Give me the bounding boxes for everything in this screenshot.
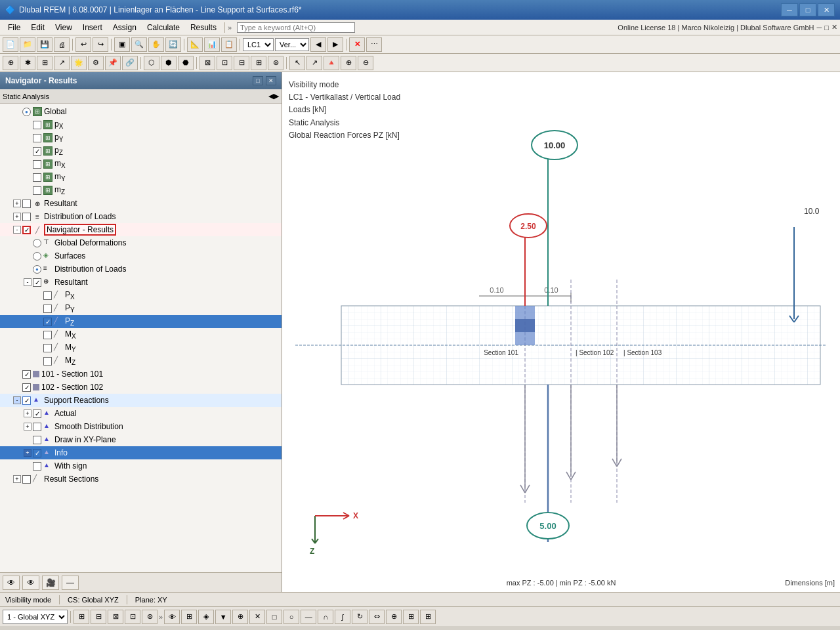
tb2-1[interactable]: ⊕ [3, 56, 18, 70]
tree-mx-global[interactable]: ⊞ mX [0, 158, 282, 171]
checkbox-px-sub[interactable] [43, 291, 52, 300]
tb-prev[interactable]: ◀ [310, 37, 326, 52]
tree-smooth-dist[interactable]: + ▲ Smooth Distribution [0, 420, 282, 433]
tb2-14[interactable]: ⊟ [234, 56, 249, 70]
search-input[interactable] [237, 22, 355, 33]
tb2-4[interactable]: ↗ [54, 56, 70, 70]
tb-select[interactable]: ▣ [114, 37, 130, 52]
bt-load[interactable]: ▼ [215, 610, 231, 624]
tree-dist-loads-sub[interactable]: ≡ Distribution of Loads [0, 262, 282, 276]
menu-calculate[interactable]: Calculate [142, 22, 185, 33]
tree-result-sections-bottom[interactable]: + ╱ Result Sections [0, 472, 282, 486]
license-btn[interactable]: ─ [817, 24, 822, 32]
tb-zoom[interactable]: 🔍 [131, 37, 147, 52]
checkbox-smooth-dist[interactable] [33, 423, 41, 431]
checkbox-section-101[interactable] [22, 370, 31, 379]
lc-combo[interactable]: LC1 [243, 38, 274, 51]
checkbox-mx-global[interactable] [33, 160, 41, 169]
expand-resultant-top[interactable]: + [13, 200, 21, 207]
tree-global[interactable]: ⊞ Global [0, 105, 282, 118]
bt-visibility[interactable]: 👁 [164, 610, 180, 624]
tb2-7[interactable]: 📌 [105, 56, 121, 70]
tb2-16[interactable]: ⊛ [268, 56, 284, 70]
tb2-17[interactable]: ↖ [289, 56, 305, 70]
bt-btn4[interactable]: ⊡ [125, 610, 140, 624]
tree-mz-sub[interactable]: ╱ MZ [0, 354, 282, 368]
tb2-12[interactable]: ⊠ [200, 56, 215, 70]
maximize-button[interactable]: □ [799, 3, 816, 16]
expand-resultant-sub[interactable]: - [24, 278, 32, 286]
tb-pan[interactable]: ✋ [148, 37, 164, 52]
tb2-11[interactable]: ⬣ [178, 56, 194, 70]
radio-global-def[interactable] [33, 239, 41, 247]
tb-view1[interactable]: 📐 [187, 37, 203, 52]
nav-close[interactable]: ✕ [266, 76, 276, 85]
checkbox-pz-sub[interactable] [43, 318, 52, 326]
license-btn3[interactable]: ✕ [831, 23, 837, 32]
bt-box[interactable]: □ [266, 610, 282, 624]
bt-btn5[interactable]: ⊛ [142, 610, 158, 624]
tb-x-mark[interactable]: ✕ [349, 37, 365, 52]
close-button[interactable]: ✕ [818, 3, 835, 16]
menu-insert[interactable]: Insert [77, 22, 108, 33]
tb2-6[interactable]: ⚙ [88, 56, 104, 70]
tb2-10[interactable]: ⬢ [161, 56, 177, 70]
minimize-button[interactable]: ─ [781, 3, 798, 16]
bt-filter[interactable]: ⊕ [232, 610, 248, 624]
tree-resultant-sub[interactable]: - ⊕ Resultant [0, 276, 282, 289]
tree-actual[interactable]: + ▲ Actual [0, 407, 282, 420]
checkbox-mz-sub[interactable] [43, 357, 52, 366]
tb-next[interactable]: ▶ [327, 37, 343, 52]
tb-new[interactable]: 📄 [3, 37, 18, 52]
tree-section-102[interactable]: 102 - Section 102 [0, 381, 282, 394]
bt-circle[interactable]: ○ [284, 610, 299, 624]
tree-resultant-top[interactable]: + ⊕ Resultant [0, 197, 282, 210]
tb2-21[interactable]: ⊖ [358, 56, 373, 70]
tb-more[interactable]: ⋯ [366, 37, 382, 52]
menu-assign[interactable]: Assign [108, 22, 142, 33]
tb2-18[interactable]: ↗ [306, 56, 322, 70]
checkbox-py-sub[interactable] [43, 304, 52, 313]
radio-surfaces[interactable] [33, 252, 41, 261]
tree-surfaces[interactable]: ◈ Surfaces [0, 249, 282, 262]
tb-view2[interactable]: 📊 [204, 37, 220, 52]
checkbox-resultant-top[interactable] [22, 200, 31, 208]
menu-file[interactable]: File [3, 22, 26, 33]
tb2-15[interactable]: ⊞ [251, 56, 266, 70]
checkbox-my-sub[interactable] [43, 344, 52, 352]
bt-btn3[interactable]: ⊠ [108, 610, 123, 624]
tree-global-def[interactable]: ⊤ Global Deformations [0, 236, 282, 249]
bt-more2[interactable]: ⊞ [420, 610, 436, 624]
expand-smooth-dist[interactable]: + [24, 423, 32, 430]
tree-result-sections[interactable]: - ╱ Navigator - Results [0, 223, 282, 236]
tb-undo[interactable]: ↩ [75, 37, 91, 52]
checkbox-result-sections[interactable] [22, 226, 31, 234]
tb2-3[interactable]: ⊞ [37, 56, 52, 70]
tree-support-reactions[interactable]: - ▲ Support Reactions [0, 394, 282, 407]
tb2-5[interactable]: 🌟 [71, 56, 87, 70]
tb-view3[interactable]: 📋 [221, 37, 237, 52]
ver-combo[interactable]: Ver... [275, 38, 309, 51]
nav-restore[interactable]: □ [253, 76, 263, 85]
tree-py[interactable]: ⊞ pY [0, 131, 282, 144]
checkbox-mz-global[interactable] [33, 186, 41, 195]
nav-btn-cam[interactable]: 🎥 [42, 576, 59, 590]
checkbox-pz-global[interactable] [33, 147, 41, 156]
bt-btn2[interactable]: ⊟ [91, 610, 106, 624]
tree-draw-xy[interactable]: ▲ Draw in XY-Plane [0, 433, 282, 446]
tree-py-sub[interactable]: ╱ PY [0, 302, 282, 315]
tree-mx-sub[interactable]: ╱ MX [0, 328, 282, 341]
tree-pz-global[interactable]: ⊞ pZ [0, 144, 282, 158]
checkbox-result-sections-bottom[interactable] [22, 475, 31, 484]
checkbox-dist-loads[interactable] [22, 213, 31, 221]
bt-grid-btn[interactable]: ⊞ [403, 610, 419, 624]
menu-edit[interactable]: Edit [26, 22, 50, 33]
checkbox-resultant-sub[interactable] [33, 278, 41, 287]
tb2-8[interactable]: 🔗 [122, 56, 138, 70]
bt-arc[interactable]: ∩ [318, 610, 333, 624]
nav-btn-eye[interactable]: 👁 [22, 576, 39, 590]
expand-actual[interactable]: + [24, 410, 32, 417]
bt-surf[interactable]: ◈ [198, 610, 214, 624]
tb2-13[interactable]: ⊡ [217, 56, 232, 70]
tb2-20[interactable]: ⊕ [341, 56, 356, 70]
